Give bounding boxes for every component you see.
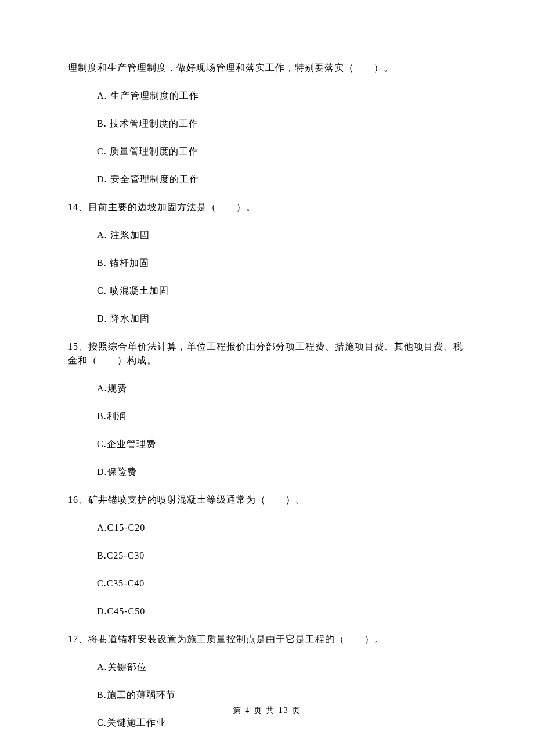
q15-option-b: B.利润	[68, 409, 466, 423]
q17-option-c: C.关键施工作业	[68, 716, 466, 730]
q13-option-a: A. 生产管理制度的工作	[68, 89, 466, 103]
q15-option-d: D.保险费	[68, 465, 466, 479]
q13-option-c: C. 质量管理制度的工作	[68, 145, 466, 159]
q13-option-b: B. 技术管理制度的工作	[68, 117, 466, 131]
q16-option-d: D.C45-C50	[68, 604, 466, 618]
question-15: 15、按照综合单价法计算，单位工程报价由分部分项工程费、措施项目费、其他项目费、…	[68, 340, 466, 368]
q16-option-a: A.C15-C20	[68, 521, 466, 535]
q13-option-d: D. 安全管理制度的工作	[68, 172, 466, 186]
question-17: 17、将巷道锚杆安装设置为施工质量控制点是由于它是工程的（ ）。	[68, 632, 466, 646]
page-content: 理制度和生产管理制度，做好现场管理和落实工作，特别要落实（ ）。 A. 生产管理…	[0, 0, 534, 730]
q15-option-a: A.规费	[68, 381, 466, 395]
q16-option-b: B.C25-C30	[68, 549, 466, 563]
question-16: 16、矿井锚喷支护的喷射混凝土等级通常为（ ）。	[68, 493, 466, 507]
question-14: 14、目前主要的边坡加固方法是（ ）。	[68, 200, 466, 214]
q14-option-a: A. 注浆加固	[68, 228, 466, 242]
q14-option-d: D. 降水加固	[68, 312, 466, 326]
q15-option-c: C.企业管理费	[68, 437, 466, 451]
q17-option-a: A.关键部位	[68, 660, 466, 674]
q14-option-b: B. 锚杆加固	[68, 256, 466, 270]
q14-option-c: C. 喷混凝土加固	[68, 284, 466, 298]
page-footer: 第 4 页 共 13 页	[0, 704, 534, 717]
q17-option-b: B.施工的薄弱环节	[68, 688, 466, 702]
q16-option-c: C.C35-C40	[68, 577, 466, 591]
question-13-continuation: 理制度和生产管理制度，做好现场管理和落实工作，特别要落实（ ）。	[68, 61, 466, 75]
